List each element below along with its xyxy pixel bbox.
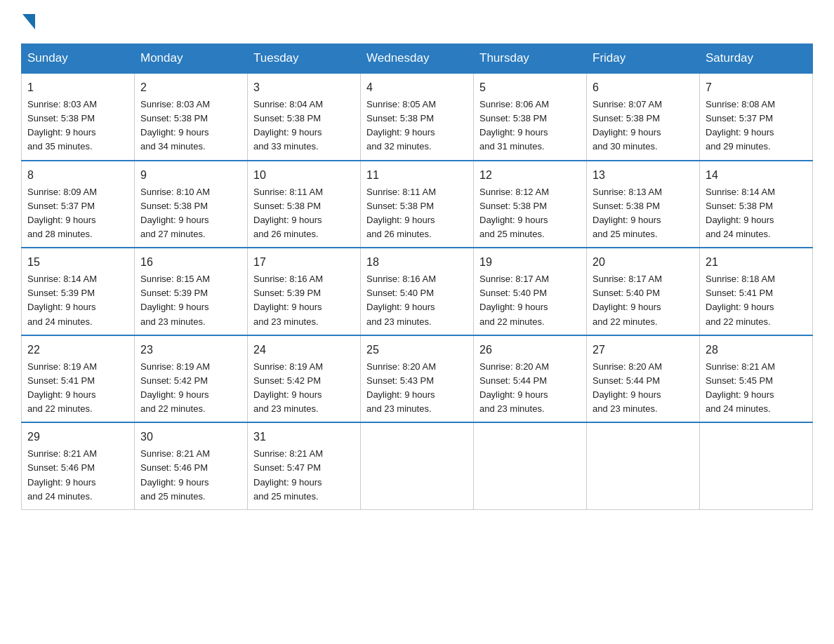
day-info: Sunrise: 8:11 AMSunset: 5:38 PMDaylight:… bbox=[366, 185, 468, 242]
calendar-day-cell: 1Sunrise: 8:03 AMSunset: 5:38 PMDaylight… bbox=[22, 73, 135, 161]
calendar-day-cell: 16Sunrise: 8:15 AMSunset: 5:39 PMDayligh… bbox=[135, 248, 248, 335]
day-info: Sunrise: 8:20 AMSunset: 5:44 PMDaylight:… bbox=[593, 360, 694, 417]
day-number: 25 bbox=[366, 342, 468, 358]
calendar-day-cell bbox=[474, 422, 587, 509]
day-number: 5 bbox=[479, 79, 581, 96]
calendar-day-cell: 15Sunrise: 8:14 AMSunset: 5:39 PMDayligh… bbox=[22, 248, 135, 335]
day-of-week-header: Wednesday bbox=[361, 44, 474, 74]
day-number: 21 bbox=[706, 254, 807, 271]
day-info: Sunrise: 8:19 AMSunset: 5:42 PMDaylight:… bbox=[253, 360, 355, 417]
day-number: 2 bbox=[140, 79, 241, 96]
day-info: Sunrise: 8:12 AMSunset: 5:38 PMDaylight:… bbox=[479, 185, 581, 242]
calendar-day-cell: 4Sunrise: 8:05 AMSunset: 5:38 PMDaylight… bbox=[361, 73, 474, 161]
day-number: 10 bbox=[253, 167, 355, 184]
day-number: 3 bbox=[253, 79, 355, 96]
day-info: Sunrise: 8:14 AMSunset: 5:38 PMDaylight:… bbox=[706, 185, 807, 242]
calendar-day-cell: 28Sunrise: 8:21 AMSunset: 5:45 PMDayligh… bbox=[700, 335, 813, 423]
calendar-day-cell: 9Sunrise: 8:10 AMSunset: 5:38 PMDaylight… bbox=[135, 161, 248, 248]
day-number: 24 bbox=[253, 342, 355, 358]
day-info: Sunrise: 8:10 AMSunset: 5:38 PMDaylight:… bbox=[140, 185, 241, 242]
calendar-day-cell: 12Sunrise: 8:12 AMSunset: 5:38 PMDayligh… bbox=[474, 161, 587, 248]
day-info: Sunrise: 8:16 AMSunset: 5:39 PMDaylight:… bbox=[253, 272, 355, 329]
day-info: Sunrise: 8:18 AMSunset: 5:41 PMDaylight:… bbox=[706, 272, 807, 329]
day-info: Sunrise: 8:17 AMSunset: 5:40 PMDaylight:… bbox=[593, 272, 694, 329]
calendar-day-cell: 25Sunrise: 8:20 AMSunset: 5:43 PMDayligh… bbox=[361, 335, 474, 423]
day-number: 30 bbox=[140, 429, 241, 445]
calendar-day-cell: 7Sunrise: 8:08 AMSunset: 5:37 PMDaylight… bbox=[700, 73, 813, 161]
day-info: Sunrise: 8:13 AMSunset: 5:38 PMDaylight:… bbox=[593, 185, 694, 242]
calendar-day-cell: 20Sunrise: 8:17 AMSunset: 5:40 PMDayligh… bbox=[587, 248, 700, 335]
day-info: Sunrise: 8:17 AMSunset: 5:40 PMDaylight:… bbox=[479, 272, 581, 329]
day-info: Sunrise: 8:07 AMSunset: 5:38 PMDaylight:… bbox=[593, 98, 694, 154]
day-info: Sunrise: 8:19 AMSunset: 5:41 PMDaylight:… bbox=[27, 360, 128, 417]
day-info: Sunrise: 8:09 AMSunset: 5:37 PMDaylight:… bbox=[27, 185, 128, 242]
calendar-table: SundayMondayTuesdayWednesdayThursdayFrid… bbox=[21, 43, 813, 510]
day-info: Sunrise: 8:15 AMSunset: 5:39 PMDaylight:… bbox=[140, 272, 241, 329]
day-number: 6 bbox=[593, 79, 694, 96]
calendar-day-cell: 30Sunrise: 8:21 AMSunset: 5:46 PMDayligh… bbox=[135, 422, 248, 509]
calendar-week-row: 15Sunrise: 8:14 AMSunset: 5:39 PMDayligh… bbox=[22, 248, 813, 335]
calendar-day-cell: 22Sunrise: 8:19 AMSunset: 5:41 PMDayligh… bbox=[22, 335, 135, 423]
calendar-day-cell bbox=[700, 422, 813, 509]
day-number: 29 bbox=[27, 429, 128, 445]
day-number: 4 bbox=[366, 79, 468, 96]
day-info: Sunrise: 8:21 AMSunset: 5:47 PMDaylight:… bbox=[253, 447, 355, 504]
day-number: 12 bbox=[479, 167, 581, 184]
day-info: Sunrise: 8:04 AMSunset: 5:38 PMDaylight:… bbox=[253, 98, 355, 154]
day-of-week-header: Saturday bbox=[700, 44, 813, 74]
calendar-day-cell: 8Sunrise: 8:09 AMSunset: 5:37 PMDaylight… bbox=[22, 161, 135, 248]
day-of-week-header: Friday bbox=[587, 44, 700, 74]
day-info: Sunrise: 8:16 AMSunset: 5:40 PMDaylight:… bbox=[366, 272, 468, 329]
calendar-day-cell: 27Sunrise: 8:20 AMSunset: 5:44 PMDayligh… bbox=[587, 335, 700, 423]
logo bbox=[21, 14, 35, 29]
day-info: Sunrise: 8:20 AMSunset: 5:44 PMDaylight:… bbox=[479, 360, 581, 417]
calendar-header-row: SundayMondayTuesdayWednesdayThursdayFrid… bbox=[22, 44, 813, 74]
day-number: 31 bbox=[253, 429, 355, 445]
calendar-day-cell: 5Sunrise: 8:06 AMSunset: 5:38 PMDaylight… bbox=[474, 73, 587, 161]
calendar-week-row: 8Sunrise: 8:09 AMSunset: 5:37 PMDaylight… bbox=[22, 161, 813, 248]
day-info: Sunrise: 8:11 AMSunset: 5:38 PMDaylight:… bbox=[253, 185, 355, 242]
day-info: Sunrise: 8:19 AMSunset: 5:42 PMDaylight:… bbox=[140, 360, 241, 417]
calendar-day-cell: 6Sunrise: 8:07 AMSunset: 5:38 PMDaylight… bbox=[587, 73, 700, 161]
day-of-week-header: Thursday bbox=[474, 44, 587, 74]
day-info: Sunrise: 8:20 AMSunset: 5:43 PMDaylight:… bbox=[366, 360, 468, 417]
day-number: 8 bbox=[27, 167, 128, 184]
day-number: 11 bbox=[366, 167, 468, 184]
calendar-day-cell: 24Sunrise: 8:19 AMSunset: 5:42 PMDayligh… bbox=[248, 335, 361, 423]
calendar-day-cell: 23Sunrise: 8:19 AMSunset: 5:42 PMDayligh… bbox=[135, 335, 248, 423]
calendar-day-cell: 3Sunrise: 8:04 AMSunset: 5:38 PMDaylight… bbox=[248, 73, 361, 161]
logo-line1 bbox=[21, 14, 35, 29]
logo-triangle-icon bbox=[22, 14, 35, 29]
day-of-week-header: Monday bbox=[135, 44, 248, 74]
day-number: 13 bbox=[593, 167, 694, 184]
day-info: Sunrise: 8:03 AMSunset: 5:38 PMDaylight:… bbox=[27, 98, 128, 154]
calendar-day-cell bbox=[587, 422, 700, 509]
calendar-day-cell: 14Sunrise: 8:14 AMSunset: 5:38 PMDayligh… bbox=[700, 161, 813, 248]
calendar-day-cell: 17Sunrise: 8:16 AMSunset: 5:39 PMDayligh… bbox=[248, 248, 361, 335]
day-number: 17 bbox=[253, 254, 355, 271]
day-number: 7 bbox=[706, 79, 807, 96]
calendar-day-cell: 18Sunrise: 8:16 AMSunset: 5:40 PMDayligh… bbox=[361, 248, 474, 335]
day-info: Sunrise: 8:21 AMSunset: 5:45 PMDaylight:… bbox=[706, 360, 807, 417]
day-info: Sunrise: 8:03 AMSunset: 5:38 PMDaylight:… bbox=[140, 98, 241, 154]
day-of-week-header: Sunday bbox=[22, 44, 135, 74]
calendar-week-row: 1Sunrise: 8:03 AMSunset: 5:38 PMDaylight… bbox=[22, 73, 813, 161]
day-number: 23 bbox=[140, 342, 241, 358]
calendar-week-row: 29Sunrise: 8:21 AMSunset: 5:46 PMDayligh… bbox=[22, 422, 813, 509]
day-info: Sunrise: 8:06 AMSunset: 5:38 PMDaylight:… bbox=[479, 98, 581, 154]
calendar-day-cell: 10Sunrise: 8:11 AMSunset: 5:38 PMDayligh… bbox=[248, 161, 361, 248]
day-number: 16 bbox=[140, 254, 241, 271]
day-number: 28 bbox=[706, 342, 807, 358]
day-info: Sunrise: 8:21 AMSunset: 5:46 PMDaylight:… bbox=[27, 447, 128, 504]
day-number: 22 bbox=[27, 342, 128, 358]
day-number: 27 bbox=[593, 342, 694, 358]
day-info: Sunrise: 8:14 AMSunset: 5:39 PMDaylight:… bbox=[27, 272, 128, 329]
calendar-day-cell: 19Sunrise: 8:17 AMSunset: 5:40 PMDayligh… bbox=[474, 248, 587, 335]
calendar-day-cell: 21Sunrise: 8:18 AMSunset: 5:41 PMDayligh… bbox=[700, 248, 813, 335]
day-number: 18 bbox=[366, 254, 468, 271]
calendar-day-cell: 11Sunrise: 8:11 AMSunset: 5:38 PMDayligh… bbox=[361, 161, 474, 248]
day-number: 20 bbox=[593, 254, 694, 271]
calendar-day-cell bbox=[361, 422, 474, 509]
day-number: 15 bbox=[27, 254, 128, 271]
calendar-day-cell: 29Sunrise: 8:21 AMSunset: 5:46 PMDayligh… bbox=[22, 422, 135, 509]
